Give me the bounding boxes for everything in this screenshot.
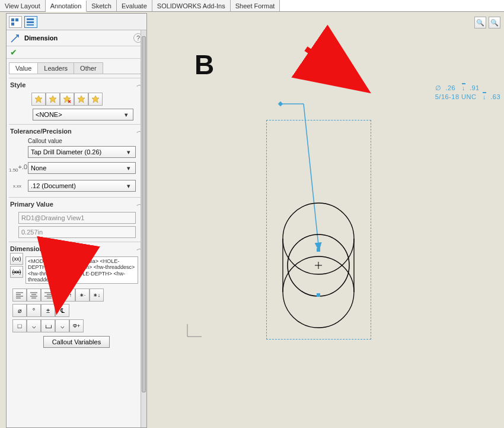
justify-center-button[interactable] bbox=[27, 288, 41, 302]
style-add-button[interactable] bbox=[46, 93, 60, 106]
panel-confirm-row: ✔ bbox=[7, 46, 146, 59]
callout-value-combo[interactable]: Tap Drill Diameter (0.26) ▾ bbox=[28, 146, 136, 158]
svg-rect-1 bbox=[15, 18, 18, 21]
chevron-down-icon: ▾ bbox=[125, 148, 133, 156]
text-below-icon: ∗↓ bbox=[93, 292, 101, 298]
annotation-arrow-2 bbox=[47, 258, 77, 312]
insert-before-button[interactable]: (xx) bbox=[10, 253, 23, 265]
diameter-icon: ⌀ bbox=[18, 307, 22, 315]
countersink-icon: ⌵ bbox=[60, 322, 65, 330]
subtab-other[interactable]: Other bbox=[74, 62, 103, 74]
view-origin-icon bbox=[187, 328, 205, 345]
property-manager-panel: Dimension ? ✔ Value Leaders Other Style … bbox=[6, 13, 147, 428]
panel-scrollbar[interactable] bbox=[141, 30, 146, 427]
depth-icon: ⌵ bbox=[32, 322, 36, 330]
tree-icon bbox=[11, 18, 20, 26]
style-name-combo[interactable]: <NONE> ▾ bbox=[33, 109, 133, 121]
star-load-icon bbox=[91, 95, 100, 103]
symbol-more-button[interactable]: Φ+ bbox=[69, 319, 84, 332]
symbol-depth-button[interactable]: ⌵ bbox=[27, 319, 41, 332]
style-load-button[interactable] bbox=[88, 93, 103, 106]
node-handle[interactable] bbox=[317, 248, 320, 252]
tolerance-type-combo[interactable]: None ▾ bbox=[28, 162, 136, 174]
precision-text: .12 (Document) bbox=[31, 182, 76, 189]
annotation-arrow-1 bbox=[300, 43, 371, 96]
section-dimension-text-label: Dimension Text bbox=[10, 245, 58, 252]
subtab-leaders[interactable]: Leaders bbox=[37, 62, 74, 74]
drawing-canvas[interactable]: 🔍 🔍 B ∅ .26 ↓ .91 5/16-18 UNC ↓ .63 bbox=[152, 13, 504, 428]
property-icon bbox=[27, 18, 35, 26]
ribbon-tabs: View Layout Annotation Sketch Evaluate S… bbox=[0, 0, 504, 12]
tab-sketch[interactable]: Sketch bbox=[87, 0, 117, 11]
scrollbar-thumb[interactable] bbox=[142, 36, 146, 392]
symbol-countersink-button[interactable]: ⌵ bbox=[55, 319, 69, 332]
style-apply-default-button[interactable] bbox=[31, 93, 46, 106]
insert-after-button[interactable]: (xx) bbox=[10, 266, 23, 278]
degree-icon: ° bbox=[33, 307, 35, 314]
svg-rect-4 bbox=[27, 21, 34, 23]
section-style: Style ︿ <NONE> ▾ bbox=[9, 78, 144, 121]
svg-rect-5 bbox=[27, 24, 34, 26]
svg-marker-6 bbox=[35, 96, 42, 103]
svg-marker-12 bbox=[92, 96, 99, 103]
star-icon bbox=[34, 95, 43, 103]
symbol-square-button[interactable]: □ bbox=[12, 319, 27, 332]
precision-combo[interactable]: .12 (Document) ▾ bbox=[28, 180, 136, 192]
tab-solidworks-addins[interactable]: SOLIDWORKS Add-Ins bbox=[152, 0, 231, 11]
justify-left-button[interactable] bbox=[12, 288, 27, 302]
callout-variables-button[interactable]: Callout Variables bbox=[43, 336, 110, 348]
primary-name-input[interactable] bbox=[18, 212, 136, 224]
symbol-counterbore-button[interactable]: ⌴ bbox=[41, 319, 55, 332]
svg-line-36 bbox=[306, 49, 362, 87]
ribbon-spacer bbox=[280, 0, 504, 11]
chevron-down-icon: ▾ bbox=[125, 182, 133, 190]
primary-value-input[interactable] bbox=[18, 226, 136, 238]
callout-value-label: Callout value bbox=[9, 138, 144, 144]
section-primary-value: Primary Value ︿ bbox=[9, 197, 144, 238]
star-save-icon bbox=[77, 95, 85, 103]
style-save-button[interactable] bbox=[74, 93, 88, 106]
precision-icon: x.xx bbox=[9, 183, 25, 189]
paren-strike-icon: (xx) bbox=[12, 269, 21, 275]
section-tolerance-label: Tolerance/Precision bbox=[10, 128, 72, 135]
align-left-icon bbox=[16, 292, 23, 298]
star-x-icon bbox=[63, 95, 71, 103]
panel-tab-feature-tree[interactable] bbox=[9, 16, 22, 28]
subtab-value[interactable]: Value bbox=[9, 62, 38, 74]
paren-icon: (xx) bbox=[12, 256, 21, 262]
dimension-text-editor[interactable]: <MOD-DIAM> <hw-tapdrldia> <HOLE-DEPTH> <… bbox=[25, 256, 138, 284]
svg-marker-11 bbox=[78, 96, 85, 103]
callout-value-text: Tap Drill Diameter (0.26) bbox=[31, 148, 101, 156]
node-handle[interactable] bbox=[317, 293, 320, 297]
style-delete-button[interactable] bbox=[60, 93, 74, 106]
svg-rect-0 bbox=[11, 18, 14, 21]
panel-top-tabs bbox=[7, 14, 146, 30]
tab-view-layout[interactable]: View Layout bbox=[0, 0, 46, 11]
panel-tab-property-manager[interactable] bbox=[24, 16, 37, 28]
tab-sheet-format[interactable]: Sheet Format bbox=[231, 0, 280, 11]
panel-title: Dimension bbox=[24, 34, 130, 42]
section-tolerance: Tolerance/Precision ︿ Callout value Tap … bbox=[9, 124, 144, 194]
text-middle-button[interactable]: ∗· bbox=[75, 288, 90, 302]
tab-annotation[interactable]: Annotation bbox=[46, 1, 87, 12]
svg-rect-3 bbox=[27, 18, 34, 20]
section-primary-label: Primary Value bbox=[10, 201, 53, 208]
symbol-diameter-button[interactable]: ⌀ bbox=[12, 304, 27, 317]
align-center-icon bbox=[30, 292, 37, 298]
chevron-down-icon: ▾ bbox=[122, 111, 130, 119]
tab-evaluate[interactable]: Evaluate bbox=[117, 0, 152, 11]
tolerance-type-icon: 1.50+.01 bbox=[9, 163, 25, 173]
ok-check-icon[interactable]: ✔ bbox=[10, 47, 17, 57]
more-symbols-icon: Φ+ bbox=[73, 323, 80, 329]
svg-line-38 bbox=[58, 261, 65, 305]
square-icon: □ bbox=[18, 322, 22, 329]
drawing-view-b[interactable] bbox=[266, 120, 371, 340]
dimension-icon bbox=[10, 33, 21, 43]
text-below-button[interactable]: ∗↓ bbox=[90, 288, 104, 302]
style-name-value: <NONE> bbox=[36, 111, 62, 118]
svg-rect-2 bbox=[11, 23, 14, 26]
tolerance-type-text: None bbox=[31, 164, 46, 172]
property-subtabs: Value Leaders Other bbox=[9, 62, 144, 74]
symbol-degree-button[interactable]: ° bbox=[27, 304, 41, 317]
text-middle-icon: ∗· bbox=[79, 292, 86, 298]
